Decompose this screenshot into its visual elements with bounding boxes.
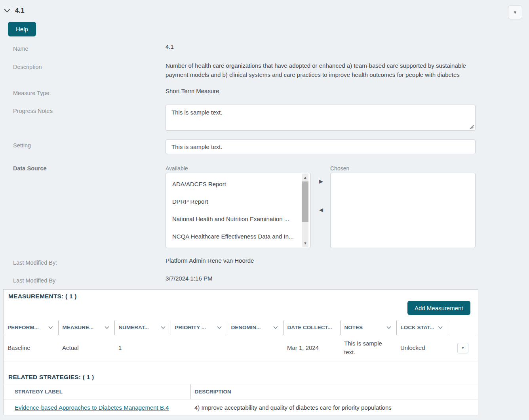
list-item[interactable]: ADA/ADCES Report xyxy=(166,176,301,193)
column-menu-chevron-icon[interactable] xyxy=(217,326,222,329)
column-menu-chevron-icon[interactable] xyxy=(48,326,53,329)
cell-numerator: 1 xyxy=(114,335,171,361)
collapse-section-button[interactable]: ▼ xyxy=(508,5,522,19)
add-measurement-button[interactable]: Add Measurement xyxy=(407,301,470,315)
list-item[interactable]: National Health and Nutrition Examinatio… xyxy=(166,210,301,228)
resize-grip-icon[interactable] xyxy=(469,124,474,129)
setting-text: This is sample text. xyxy=(171,143,222,150)
progress-notes-label: Progress Notes xyxy=(13,108,53,114)
setting-input[interactable]: This is sample text. xyxy=(166,139,476,154)
table-row: Evidence-based Approaches to Diabetes Ma… xyxy=(4,399,478,416)
strategies-header-row: STRATEGY LABEL DESCRIPTION xyxy=(4,384,478,399)
scrollbar[interactable]: ▲ ▼ xyxy=(302,174,308,247)
measurements-header-row: PERFORM... MEASURE... NUMERAT... PRIORIT… xyxy=(4,321,478,335)
measurements-panel: MEASUREMENTS: ( 1 ) Add Measurement PERF… xyxy=(3,289,478,415)
measure-type-label: Measure Type xyxy=(13,90,49,96)
list-item[interactable]: DPRP Report xyxy=(166,193,301,210)
scroll-up-icon[interactable]: ▲ xyxy=(302,174,308,181)
cell-priority xyxy=(171,335,227,361)
name-label: Name xyxy=(13,46,29,52)
cell-strategy-description: 4) Improve acceptability and quality of … xyxy=(190,399,478,416)
column-header-date-collected[interactable]: DATE COLLECT... xyxy=(283,321,340,335)
column-header-description: DESCRIPTION xyxy=(190,384,478,399)
column-header-label: DATE COLLECT... xyxy=(287,325,332,330)
column-menu-chevron-icon[interactable] xyxy=(105,326,109,329)
column-header-notes[interactable]: NOTES xyxy=(340,321,396,335)
related-strategies-section-title: RELATED STRATEGIES: ( 1 ) xyxy=(8,374,94,381)
column-header-label: DENOMIN... xyxy=(231,325,261,330)
description-label: Description xyxy=(13,64,42,70)
table-row: Baseline Actual 1 Mar 1, 2024 This is sa… xyxy=(4,335,478,361)
arrow-left-icon: ◀ xyxy=(319,207,323,213)
cell-performance: Baseline xyxy=(4,335,58,361)
cell-strategy-label: Evidence-based Approaches to Diabetes Ma… xyxy=(4,399,190,416)
chosen-listbox[interactable] xyxy=(330,173,476,248)
scrollbar-thumb[interactable] xyxy=(302,181,308,222)
column-menu-chevron-icon[interactable] xyxy=(161,326,166,329)
name-value: 4.1 xyxy=(166,43,174,50)
available-listbox[interactable]: ADA/ADCES Report DPRP Report National He… xyxy=(166,173,311,248)
setting-label: Setting xyxy=(13,142,31,149)
available-caption: Available xyxy=(166,165,188,172)
page-title: 4.1 xyxy=(15,7,25,15)
list-item[interactable]: NCQA Healthcare Effectiveness Data and I… xyxy=(166,228,301,245)
progress-notes-textarea[interactable]: This is sample text. xyxy=(166,105,476,131)
move-left-button[interactable]: ◀ xyxy=(318,206,325,213)
column-menu-chevron-icon[interactable] xyxy=(438,326,443,329)
cell-notes: This is sample text. xyxy=(340,335,396,361)
measurements-table: PERFORM... MEASURE... NUMERAT... PRIORIT… xyxy=(4,321,478,361)
column-header-label: NUMERAT... xyxy=(119,325,149,330)
scroll-down-icon[interactable]: ▼ xyxy=(302,240,308,246)
last-modified-by-value: Platform Admin Rene van Hoorde xyxy=(166,257,254,264)
column-header-denominator[interactable]: DENOMIN... xyxy=(227,321,283,335)
measure-detail-page: { "header": { "title": "4.1", "help_labe… xyxy=(0,0,529,420)
last-modified-date-label: Last Modified By xyxy=(13,277,55,284)
column-header-label: PERFORM... xyxy=(8,325,39,330)
help-button[interactable]: Help xyxy=(8,22,36,36)
column-header-actions xyxy=(448,321,478,335)
data-source-label: Data Source xyxy=(13,165,47,172)
description-value: Number of health care organizations that… xyxy=(166,61,476,79)
strategy-link[interactable]: Evidence-based Approaches to Diabetes Ma… xyxy=(15,404,169,411)
column-header-priority[interactable]: PRIORITY ... xyxy=(171,321,227,335)
column-header-label: PRIORITY ... xyxy=(175,325,206,330)
column-header-strategy-label: STRATEGY LABEL xyxy=(4,384,190,399)
cell-lock-status: Unlocked xyxy=(396,335,448,361)
column-header-label: LOCK STAT... xyxy=(401,325,434,330)
column-header-label: NOTES xyxy=(344,325,363,330)
related-strategies-table: STRATEGY LABEL DESCRIPTION Evidence-base… xyxy=(4,384,478,416)
cell-measure: Actual xyxy=(58,335,114,361)
last-modified-by-label: Last Modified By: xyxy=(13,260,57,266)
caret-down-icon: ▼ xyxy=(513,10,518,15)
column-menu-chevron-icon[interactable] xyxy=(273,326,278,329)
column-header-lock-status[interactable]: LOCK STAT... xyxy=(396,321,448,335)
cell-denominator xyxy=(227,335,283,361)
measurements-section-title: MEASUREMENTS: ( 1 ) xyxy=(8,293,77,300)
column-header-performance[interactable]: PERFORM... xyxy=(4,321,58,335)
chosen-caption: Chosen xyxy=(330,165,349,172)
column-header-measure[interactable]: MEASURE... xyxy=(58,321,114,335)
row-actions-button[interactable]: ▼ xyxy=(457,343,468,353)
measure-type-value: Short Term Measure xyxy=(166,88,219,94)
arrow-right-icon: ▶ xyxy=(319,178,323,184)
cell-date-collected: Mar 1, 2024 xyxy=(283,335,340,361)
move-right-button[interactable]: ▶ xyxy=(318,178,325,185)
column-menu-chevron-icon[interactable] xyxy=(386,326,391,329)
progress-notes-text: This is sample text. xyxy=(171,109,222,116)
column-header-label: MEASURE... xyxy=(63,325,94,330)
expand-chevron-icon[interactable] xyxy=(4,8,11,13)
cell-actions: ▼ xyxy=(448,335,478,361)
last-modified-date-value: 3/7/2024 1:16 PM xyxy=(166,275,212,282)
column-header-numerator[interactable]: NUMERAT... xyxy=(114,321,171,335)
caret-down-icon: ▼ xyxy=(461,344,465,352)
